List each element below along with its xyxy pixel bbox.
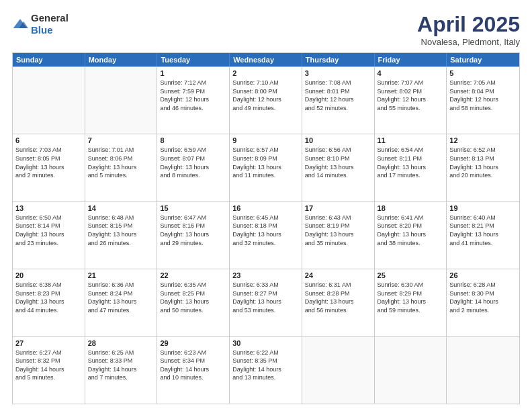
- calendar-row-2: 13Sunrise: 6:50 AM Sunset: 8:14 PM Dayli…: [13, 201, 519, 269]
- day-info: Sunrise: 6:54 AM Sunset: 8:11 PM Dayligh…: [378, 146, 444, 179]
- day-info: Sunrise: 7:12 AM Sunset: 7:59 PM Dayligh…: [160, 79, 226, 112]
- day-cell-20: 20Sunrise: 6:38 AM Sunset: 8:23 PM Dayli…: [13, 269, 85, 336]
- day-info: Sunrise: 7:05 AM Sunset: 8:04 PM Dayligh…: [449, 79, 517, 112]
- day-number: 29: [160, 339, 226, 347]
- day-info: Sunrise: 6:48 AM Sunset: 8:15 PM Dayligh…: [88, 214, 154, 247]
- day-info: Sunrise: 7:08 AM Sunset: 8:01 PM Dayligh…: [305, 79, 371, 112]
- day-info: Sunrise: 6:50 AM Sunset: 8:14 PM Dayligh…: [15, 214, 82, 247]
- empty-cell-4-5: [375, 337, 447, 404]
- day-number: 27: [15, 339, 82, 347]
- day-cell-26: 26Sunrise: 6:28 AM Sunset: 8:30 PM Dayli…: [447, 269, 519, 336]
- day-number: 8: [160, 136, 226, 144]
- day-info: Sunrise: 6:33 AM Sunset: 8:27 PM Dayligh…: [232, 281, 299, 314]
- day-info: Sunrise: 7:10 AM Sunset: 8:00 PM Dayligh…: [232, 79, 299, 112]
- day-number: 6: [15, 136, 82, 144]
- day-cell-29: 29Sunrise: 6:23 AM Sunset: 8:34 PM Dayli…: [157, 337, 230, 404]
- day-cell-4: 4Sunrise: 7:07 AM Sunset: 8:02 PM Daylig…: [375, 67, 447, 134]
- day-cell-27: 27Sunrise: 6:27 AM Sunset: 8:32 PM Dayli…: [13, 337, 85, 404]
- location-subtitle: Novalesa, Piedmont, Italy: [417, 37, 520, 47]
- day-number: 20: [15, 271, 82, 279]
- empty-cell-4-6: [447, 337, 519, 404]
- day-info: Sunrise: 6:40 AM Sunset: 8:21 PM Dayligh…: [449, 214, 517, 247]
- day-info: Sunrise: 6:38 AM Sunset: 8:23 PM Dayligh…: [15, 281, 82, 314]
- day-cell-7: 7Sunrise: 7:01 AM Sunset: 8:06 PM Daylig…: [85, 134, 158, 201]
- day-number: 17: [305, 204, 371, 212]
- day-number: 18: [378, 204, 444, 212]
- day-number: 2: [232, 69, 299, 77]
- day-cell-3: 3Sunrise: 7:08 AM Sunset: 8:01 PM Daylig…: [302, 67, 375, 134]
- logo-blue: Blue: [31, 24, 53, 36]
- day-info: Sunrise: 7:07 AM Sunset: 8:02 PM Dayligh…: [378, 79, 444, 112]
- day-number: 21: [88, 271, 154, 279]
- day-info: Sunrise: 6:47 AM Sunset: 8:16 PM Dayligh…: [160, 214, 226, 247]
- header-day-friday: Friday: [375, 53, 447, 66]
- day-number: 12: [449, 136, 517, 144]
- title-block: April 2025 Novalesa, Piedmont, Italy: [417, 12, 520, 47]
- logo-icon: [12, 17, 28, 31]
- day-number: 7: [88, 136, 154, 144]
- header-day-thursday: Thursday: [302, 53, 375, 66]
- day-number: 19: [449, 204, 517, 212]
- day-cell-18: 18Sunrise: 6:41 AM Sunset: 8:20 PM Dayli…: [375, 202, 447, 269]
- day-info: Sunrise: 6:41 AM Sunset: 8:20 PM Dayligh…: [378, 214, 444, 247]
- header-day-saturday: Saturday: [447, 53, 519, 66]
- day-info: Sunrise: 6:56 AM Sunset: 8:10 PM Dayligh…: [305, 146, 371, 179]
- day-number: 23: [232, 271, 299, 279]
- day-cell-8: 8Sunrise: 6:59 AM Sunset: 8:07 PM Daylig…: [157, 134, 230, 201]
- day-info: Sunrise: 6:52 AM Sunset: 8:13 PM Dayligh…: [449, 146, 517, 179]
- day-cell-14: 14Sunrise: 6:48 AM Sunset: 8:15 PM Dayli…: [85, 202, 158, 269]
- day-cell-22: 22Sunrise: 6:35 AM Sunset: 8:25 PM Dayli…: [157, 269, 230, 336]
- day-cell-21: 21Sunrise: 6:36 AM Sunset: 8:24 PM Dayli…: [85, 269, 158, 336]
- header-day-monday: Monday: [85, 53, 158, 66]
- day-number: 24: [305, 271, 371, 279]
- day-cell-25: 25Sunrise: 6:30 AM Sunset: 8:29 PM Dayli…: [375, 269, 447, 336]
- day-info: Sunrise: 6:35 AM Sunset: 8:25 PM Dayligh…: [160, 281, 226, 314]
- day-cell-10: 10Sunrise: 6:56 AM Sunset: 8:10 PM Dayli…: [302, 134, 375, 201]
- day-cell-17: 17Sunrise: 6:43 AM Sunset: 8:19 PM Dayli…: [302, 202, 375, 269]
- day-info: Sunrise: 6:22 AM Sunset: 8:35 PM Dayligh…: [232, 349, 299, 382]
- calendar-row-0: 1Sunrise: 7:12 AM Sunset: 7:59 PM Daylig…: [13, 66, 519, 134]
- day-cell-13: 13Sunrise: 6:50 AM Sunset: 8:14 PM Dayli…: [13, 202, 85, 269]
- day-cell-1: 1Sunrise: 7:12 AM Sunset: 7:59 PM Daylig…: [157, 67, 230, 134]
- day-info: Sunrise: 6:45 AM Sunset: 8:18 PM Dayligh…: [232, 214, 299, 247]
- logo-general: General: [31, 12, 69, 24]
- day-info: Sunrise: 6:57 AM Sunset: 8:09 PM Dayligh…: [232, 146, 299, 179]
- day-number: 28: [88, 339, 154, 347]
- day-number: 11: [378, 136, 444, 144]
- page-header: General Blue April 2025 Novalesa, Piedmo…: [12, 12, 520, 47]
- day-number: 22: [160, 271, 226, 279]
- day-cell-15: 15Sunrise: 6:47 AM Sunset: 8:16 PM Dayli…: [157, 202, 230, 269]
- day-cell-16: 16Sunrise: 6:45 AM Sunset: 8:18 PM Dayli…: [230, 202, 302, 269]
- month-title: April 2025: [417, 12, 520, 37]
- day-cell-2: 2Sunrise: 7:10 AM Sunset: 8:00 PM Daylig…: [230, 67, 302, 134]
- day-number: 9: [232, 136, 299, 144]
- calendar-row-1: 6Sunrise: 7:03 AM Sunset: 8:05 PM Daylig…: [13, 134, 519, 201]
- day-cell-11: 11Sunrise: 6:54 AM Sunset: 8:11 PM Dayli…: [375, 134, 447, 201]
- day-number: 30: [232, 339, 299, 347]
- day-info: Sunrise: 7:01 AM Sunset: 8:06 PM Dayligh…: [88, 146, 154, 179]
- day-cell-6: 6Sunrise: 7:03 AM Sunset: 8:05 PM Daylig…: [13, 134, 85, 201]
- day-number: 26: [449, 271, 517, 279]
- day-number: 14: [88, 204, 154, 212]
- day-cell-28: 28Sunrise: 6:25 AM Sunset: 8:33 PM Dayli…: [85, 337, 158, 404]
- day-cell-24: 24Sunrise: 6:31 AM Sunset: 8:28 PM Dayli…: [302, 269, 375, 336]
- day-info: Sunrise: 6:23 AM Sunset: 8:34 PM Dayligh…: [160, 349, 226, 382]
- day-number: 10: [305, 136, 371, 144]
- day-number: 13: [15, 204, 82, 212]
- day-cell-12: 12Sunrise: 6:52 AM Sunset: 8:13 PM Dayli…: [447, 134, 519, 201]
- day-cell-30: 30Sunrise: 6:22 AM Sunset: 8:35 PM Dayli…: [230, 337, 302, 404]
- day-number: 5: [449, 69, 517, 77]
- day-info: Sunrise: 6:28 AM Sunset: 8:30 PM Dayligh…: [449, 281, 517, 314]
- day-info: Sunrise: 6:31 AM Sunset: 8:28 PM Dayligh…: [305, 281, 371, 314]
- logo: General Blue: [12, 12, 69, 36]
- day-cell-23: 23Sunrise: 6:33 AM Sunset: 8:27 PM Dayli…: [230, 269, 302, 336]
- calendar-row-3: 20Sunrise: 6:38 AM Sunset: 8:23 PM Dayli…: [13, 269, 519, 336]
- day-number: 1: [160, 69, 226, 77]
- day-info: Sunrise: 6:25 AM Sunset: 8:33 PM Dayligh…: [88, 349, 154, 382]
- day-number: 3: [305, 69, 371, 77]
- calendar-body: 1Sunrise: 7:12 AM Sunset: 7:59 PM Daylig…: [13, 66, 519, 404]
- day-cell-19: 19Sunrise: 6:40 AM Sunset: 8:21 PM Dayli…: [447, 202, 519, 269]
- day-info: Sunrise: 6:36 AM Sunset: 8:24 PM Dayligh…: [88, 281, 154, 314]
- day-cell-9: 9Sunrise: 6:57 AM Sunset: 8:09 PM Daylig…: [230, 134, 302, 201]
- empty-cell-4-4: [302, 337, 375, 404]
